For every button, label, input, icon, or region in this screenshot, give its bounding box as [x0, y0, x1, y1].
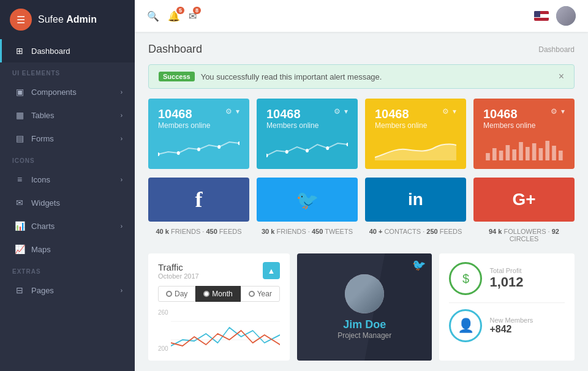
traffic-subtitle: October 2017 [158, 272, 199, 280]
svg-rect-21 [559, 151, 563, 160]
page-header: Dashboard Dashboard [148, 43, 575, 56]
chevron-right-icon: › [121, 135, 123, 142]
upload-button[interactable]: ▲ [263, 262, 280, 279]
new-members-label: New Members [489, 317, 533, 324]
svg-point-4 [238, 141, 239, 145]
stat-num-3: 10468 [483, 107, 535, 121]
stat-card-0: 10468 Members online ⚙ ▾ [148, 99, 249, 169]
y-label-200: 200 [158, 345, 168, 352]
page-title: Dashboard [148, 43, 202, 56]
sidebar-logo: ☰ Sufee Admin [0, 0, 135, 39]
traffic-chart [171, 309, 280, 352]
gear-icon[interactable]: ⚙ [334, 107, 341, 116]
logo-icon: ☰ [10, 9, 32, 31]
tables-icon: ▦ [14, 110, 25, 120]
svg-rect-13 [506, 145, 510, 160]
sidebar-item-pages[interactable]: ⊟ Pages › [0, 279, 135, 302]
sidebar-item-label: Icons [31, 175, 50, 184]
stat-card-3: 10468 Members online ⚙ ▾ [473, 99, 575, 169]
googleplus-stats: 94 k FOLLOWERS · 92 CIRCLES [473, 225, 575, 245]
dollar-icon: $ [462, 272, 469, 286]
sidebar-item-forms[interactable]: ▤ Forms › [0, 127, 135, 150]
sidebar-item-charts[interactable]: 📊 Charts › [0, 214, 135, 238]
sidebar-item-components[interactable]: ▣ Components › [0, 80, 135, 103]
sidebar-item-label: Charts [31, 222, 55, 231]
gear-icon[interactable]: ⚙ [442, 107, 449, 116]
dropdown-icon[interactable]: ▾ [344, 107, 348, 116]
svg-rect-20 [552, 146, 556, 160]
stat-label-2: Members online [375, 121, 427, 130]
sidebar-item-icons[interactable]: ≡ Icons › [0, 168, 135, 191]
svg-rect-11 [492, 148, 497, 160]
sidebar-item-label: Pages [31, 286, 54, 295]
language-flag[interactable] [534, 11, 549, 21]
gplus-num1: 94 k [489, 228, 502, 235]
traffic-tabs: Day Month Year [158, 286, 280, 302]
profit-section: $ Total Profit 1,012 [449, 262, 565, 295]
googleplus-icon: G+ [512, 190, 535, 209]
messages-icon[interactable]: ✉ 8 [189, 10, 197, 22]
messages-badge: 8 [193, 7, 201, 14]
widgets-icon: ✉ [14, 198, 25, 208]
stat-cards-row: 10468 Members online ⚙ ▾ [148, 99, 575, 169]
sidebar-item-maps[interactable]: 📈 Maps [0, 238, 135, 261]
bottom-row: Traffic October 2017 ▲ Day Month [148, 253, 575, 361]
user-avatar[interactable] [556, 6, 576, 26]
gear-icon[interactable]: ⚙ [551, 107, 557, 116]
twitter-stats: 30 k FRIENDS · 450 TWEETS [257, 225, 358, 245]
dropdown-icon[interactable]: ▾ [236, 107, 239, 116]
sidebar-section-icons: ICONS [0, 150, 135, 168]
tab-day[interactable]: Day [158, 286, 195, 302]
linkedin-num2: 250 [426, 228, 437, 235]
linkedin-icon: in [408, 190, 423, 209]
chevron-right-icon: › [121, 223, 123, 230]
facebook-stats: 40 k FRIENDS · 450 FEEDS [148, 225, 249, 245]
facebook-num2: 450 [206, 228, 217, 235]
alert-close-button[interactable]: × [559, 71, 564, 82]
sidebar-item-tables[interactable]: ▦ Tables › [0, 103, 135, 127]
tab-month[interactable]: Month [195, 286, 240, 302]
twitter-num2: 450 [312, 228, 323, 235]
chevron-right-icon: › [121, 89, 123, 96]
alert-badge: Success [159, 72, 195, 81]
svg-rect-19 [545, 141, 549, 160]
svg-point-7 [306, 149, 309, 152]
svg-point-2 [197, 148, 200, 151]
gear-icon[interactable]: ⚙ [225, 107, 232, 116]
facebook-card[interactable]: f [148, 178, 249, 222]
new-members-value: +842 [489, 324, 533, 335]
traffic-title: Traffic [158, 262, 199, 272]
twitter-card[interactable]: 🐦 [257, 178, 358, 222]
sidebar-item-widgets[interactable]: ✉ Widgets [0, 191, 135, 214]
googleplus-card[interactable]: G+ [473, 178, 575, 222]
logo-text: Sufee Admin [38, 14, 97, 25]
sidebar-item-label: Tables [31, 111, 55, 120]
linkedin-card[interactable]: in [365, 178, 466, 222]
topbar-right [534, 6, 576, 26]
traffic-card: Traffic October 2017 ▲ Day Month [148, 253, 290, 361]
sidebar-item-label: Forms [31, 134, 54, 143]
twitter-num1: 30 k [262, 228, 274, 235]
sidebar-item-dashboard[interactable]: ⊞ Dashboard [0, 39, 135, 62]
notifications-icon[interactable]: 🔔 5 [168, 10, 180, 22]
svg-point-9 [347, 143, 348, 146]
person-avatar [345, 274, 384, 313]
dropdown-icon[interactable]: ▾ [561, 107, 565, 116]
maps-icon: 📈 [14, 244, 25, 254]
components-icon: ▣ [14, 87, 25, 97]
dropdown-icon[interactable]: ▾ [453, 107, 456, 116]
twitter-label2: TWEETS [325, 228, 353, 235]
gplus-label1: FOLLOWERS · [503, 228, 551, 235]
breadcrumb: Dashboard [538, 45, 575, 54]
sidebar-item-label: Maps [31, 245, 51, 254]
facebook-num1: 40 k [156, 228, 168, 235]
person-name: Jim Doe [343, 318, 386, 331]
profit-icon: $ [449, 262, 482, 295]
stat-num-1: 10468 [266, 107, 318, 121]
twitter-label1: FRIENDS · [276, 228, 311, 235]
stat-card-1: 10468 Members online ⚙ ▾ [257, 99, 358, 169]
pages-icon: ⊟ [14, 285, 25, 295]
tab-year[interactable]: Year [241, 286, 280, 302]
search-icon[interactable]: 🔍 [147, 10, 159, 22]
social-cards-row: f 🐦 in G+ [148, 178, 575, 222]
